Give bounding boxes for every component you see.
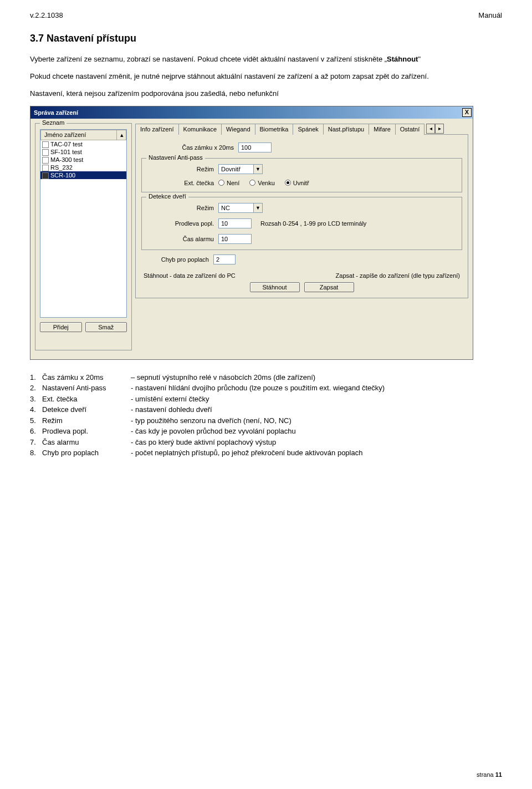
device-management-window: Správa zařízení X Seznam Jméno zařízení …	[30, 106, 473, 360]
def-desc: - nastavení dohledu dveří	[131, 404, 212, 415]
def-term: Čas alarmu	[42, 437, 131, 448]
tab-nast-p-stupu[interactable]: Nast.přístupu	[323, 124, 369, 135]
radio-label: Není	[227, 180, 239, 186]
tab-komunikace[interactable]: Komunikace	[178, 124, 222, 135]
tab-scroll-right-icon[interactable]: ▸	[435, 124, 444, 134]
def-desc: - čas po který bude aktivní poplachový v…	[131, 437, 276, 448]
definition-row: 8.Chyb pro poplach- počet neplatných pří…	[30, 447, 502, 459]
list-item[interactable]: SCR-100	[40, 171, 126, 179]
def-num: 4.	[30, 404, 42, 415]
section-heading: 3.7 Nastavení přístupu	[30, 33, 502, 44]
radio-není[interactable]: Není	[218, 180, 239, 186]
window-titlebar[interactable]: Správa zařízení X	[30, 106, 473, 119]
def-desc: - počet neplatných přístupů, po jehož př…	[131, 447, 362, 459]
def-num: 1.	[30, 372, 42, 383]
antipass-mode-select[interactable]: Dovnitř ▼	[218, 164, 263, 174]
def-term: Čas zámku x 20ms	[42, 372, 131, 383]
def-num: 3.	[30, 394, 42, 405]
paragraph-3: Nastavení, která nejsou zařízením podpor…	[30, 89, 502, 99]
radio-icon	[249, 180, 255, 186]
definitions-list: 1.Čas zámku x 20ms– sepnutí výstupního r…	[30, 372, 502, 459]
tabs-row: Info zařízeníKomunikaceWiegandBiometrika…	[135, 123, 468, 135]
door-legend: Detekce dveří	[146, 193, 188, 200]
def-term: Ext. čtečka	[42, 394, 131, 405]
alarm-input[interactable]	[218, 234, 252, 244]
radio-icon	[285, 180, 291, 186]
def-desc: - umístění externí čtečky	[131, 394, 209, 405]
definition-row: 1.Čas zámku x 20ms– sepnutí výstupního r…	[30, 372, 502, 383]
tab-scroll-left-icon[interactable]: ◂	[426, 124, 435, 134]
tab-wiegand[interactable]: Wiegand	[221, 124, 255, 135]
def-num: 2.	[30, 383, 42, 394]
definition-row: 4.Detekce dveří- nastavení dohledu dveří	[30, 404, 502, 415]
hint-download: Stáhnout - data ze zařízení do PC	[144, 272, 236, 279]
list-legend: Seznam	[40, 119, 66, 126]
list-item[interactable]: RS_232	[40, 164, 126, 171]
fails-input[interactable]	[213, 254, 236, 264]
tab-content-access: Čas zámku x 20ms Nastavení Anti-pass Rež…	[135, 135, 468, 298]
def-num: 5.	[30, 415, 42, 426]
door-mode-select[interactable]: NC ▼	[218, 203, 263, 213]
door-mode-label: Režim	[146, 205, 218, 211]
chevron-down-icon: ▼	[253, 165, 262, 174]
delay-input[interactable]	[218, 218, 252, 228]
radio-icon	[218, 180, 224, 186]
paragraph-1: Vyberte zařízení ze seznamu, zobrazí se …	[30, 54, 502, 65]
radio-uvnitř[interactable]: Uvnitř	[285, 180, 309, 186]
tab-ostatn-[interactable]: Ostatní	[395, 124, 424, 135]
hint-write: Zapsat - zapíše do zařízení (dle typu za…	[336, 272, 460, 279]
add-button[interactable]: Přidej	[40, 322, 82, 332]
antipass-legend: Nastavení Anti-pass	[146, 154, 205, 161]
device-list[interactable]: Jméno zařízení ▴ TAC-07 testSF-101 testM…	[40, 129, 127, 318]
def-desc: - čas kdy je povolen průchod bez vyvolán…	[131, 426, 296, 437]
antipass-mode-value: Dovnitř	[219, 166, 253, 172]
list-header-name[interactable]: Jméno zařízení	[41, 130, 117, 140]
def-num: 6.	[30, 426, 42, 437]
fails-label: Chyb pro poplach	[141, 256, 213, 263]
delay-label: Prodleva popl.	[146, 220, 218, 227]
write-button[interactable]: Zapsat	[304, 282, 354, 292]
tab-mifare[interactable]: Mifare	[369, 124, 396, 135]
tab-biometrika[interactable]: Biometrika	[255, 124, 294, 135]
definition-row: 6.Prodleva popl.- čas kdy je povolen prů…	[30, 426, 502, 437]
def-term: Detekce dveří	[42, 404, 131, 415]
close-button[interactable]: X	[462, 108, 472, 117]
def-desc: - nastavení hlídání dvojího průchodu (lz…	[131, 383, 385, 394]
definition-row: 7.Čas alarmu- čas po který bude aktivní …	[30, 437, 502, 448]
alarm-label: Čas alarmu	[146, 236, 218, 242]
download-button[interactable]: Stáhnout	[250, 282, 300, 292]
def-term: Režim	[42, 415, 131, 426]
radio-label: Venku	[258, 180, 275, 186]
delay-help-text: Rozsah 0-254 , 1-99 pro LCD terminály	[260, 220, 366, 227]
paragraph-2: Pokud chcete nastavení změnit, je nutné …	[30, 72, 502, 82]
def-num: 7.	[30, 437, 42, 448]
doc-type-text: Manuál	[478, 11, 502, 19]
tab-info-za-zen-[interactable]: Info zařízení	[135, 124, 179, 135]
chevron-down-icon: ▼	[253, 203, 262, 212]
delete-button[interactable]: Smaž	[85, 322, 127, 332]
list-item[interactable]: TAC-07 test	[40, 140, 126, 148]
radio-venku[interactable]: Venku	[249, 180, 275, 186]
def-term: Chyb pro poplach	[42, 447, 131, 459]
lock-time-input[interactable]	[238, 142, 272, 152]
window-title: Správa zařízení	[34, 109, 78, 116]
def-desc: - typ použitého senzoru na dveřích (není…	[131, 415, 291, 426]
radio-label: Uvnitř	[293, 180, 309, 186]
page-number: strana 11	[477, 771, 502, 778]
list-item[interactable]: SF-101 test	[40, 148, 126, 156]
definition-row: 5.Režim- typ použitého senzoru na dveříc…	[30, 415, 502, 426]
version-text: v.2.2.1038	[30, 11, 63, 19]
scroll-up-icon[interactable]: ▴	[117, 130, 126, 140]
def-term: Nastavení Anti-pass	[42, 383, 131, 394]
page-footer: strana 11	[477, 771, 502, 778]
door-mode-value: NC	[219, 205, 253, 211]
tab-sp-nek[interactable]: Spánek	[293, 124, 323, 135]
doc-header: v.2.2.1038 Manuál	[30, 11, 502, 19]
definition-row: 3.Ext. čtečka- umístění externí čtečky	[30, 394, 502, 405]
def-term: Prodleva popl.	[42, 426, 131, 437]
antipass-mode-label: Režim	[146, 166, 218, 172]
definition-row: 2.Nastavení Anti-pass- nastavení hlídání…	[30, 383, 502, 394]
lock-time-label: Čas zámku x 20ms	[141, 144, 238, 151]
list-item[interactable]: MA-300 test	[40, 156, 126, 164]
ext-reader-label: Ext. čtečka	[146, 180, 218, 186]
